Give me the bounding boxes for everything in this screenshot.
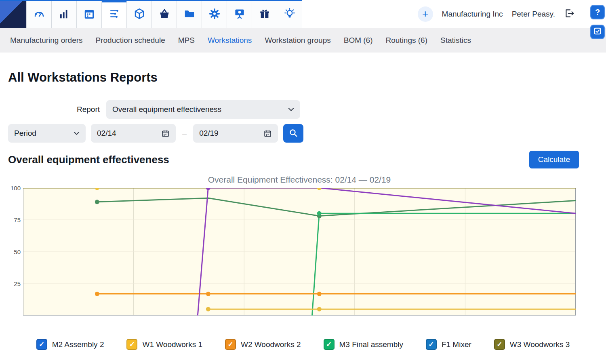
series-checkbox-icon[interactable]: ✓ [494, 339, 505, 350]
whats-new-gift-icon [259, 8, 271, 21]
tile-calendar-icon[interactable] [77, 1, 102, 28]
tile-statistics-bars-icon[interactable] [52, 1, 77, 28]
y-tick-label: 25 [8, 280, 21, 287]
series-checkbox-icon[interactable]: ✓ [426, 339, 437, 350]
stock-cube-icon [133, 8, 145, 21]
series-checkbox-icon[interactable]: ✓ [126, 339, 137, 350]
report-select[interactable]: Overall equipment effectiveness [106, 100, 300, 119]
y-tick-label: 75 [8, 217, 21, 223]
period-select-value: Period [14, 129, 36, 138]
legend-item-w3-woodworks-3[interactable]: ✓W3 Woodworks 3 [494, 339, 570, 350]
tile-documents-folder-icon[interactable] [177, 1, 202, 28]
section-header-row: Overall equipment effectiveness Calculat… [8, 151, 598, 168]
question-icon: ? [595, 8, 600, 17]
tile-whats-new-gift-icon[interactable] [252, 1, 277, 28]
nav-tab-routings-6[interactable]: Routings (6) [381, 36, 433, 45]
series-label: W1 Woodworks 1 [142, 340, 202, 349]
topbar-right: + Manufacturing Inc Peter Peasy. [418, 0, 606, 28]
settings-gear-icon [208, 8, 221, 21]
page-title: All Workstations Reports [8, 70, 598, 85]
user-name[interactable]: Peter Peasy. [512, 10, 555, 19]
chart-plot [23, 188, 576, 316]
date-to-value: 02/19 [199, 129, 219, 138]
logout-icon[interactable] [564, 8, 574, 20]
help-button[interactable]: ? [590, 5, 605, 19]
nav-tab-workstation-groups[interactable]: Workstation groups [259, 36, 336, 45]
nav-tab-workstations[interactable]: Workstations [202, 36, 257, 45]
nav-tab-production-schedule[interactable]: Production schedule [90, 36, 170, 45]
dashboard-gauge-icon [33, 8, 45, 21]
main-content: All Workstations Reports Report Overall … [0, 70, 606, 350]
tile-settings-gear-icon[interactable] [202, 1, 227, 28]
tile-tips-bulb-icon[interactable] [277, 1, 302, 28]
report-filter-row: Report Overall equipment effectiveness [77, 100, 598, 119]
calendar-icon [161, 129, 170, 138]
calculate-button[interactable]: Calculate [529, 151, 579, 168]
documents-folder-icon [183, 8, 196, 21]
tips-bulb-icon [284, 8, 296, 21]
period-filter-row: Period 02/14 – 02/19 [8, 124, 598, 143]
procurement-basket-icon [158, 8, 170, 21]
checkbox-icon [593, 27, 602, 38]
tile-dashboard-gauge-icon[interactable] [27, 1, 52, 28]
legend-item-m2-assembly-2[interactable]: ✓M2 Assembly 2 [36, 339, 104, 350]
legend-item-w2-woodworks-2[interactable]: ✓W2 Woodworks 2 [225, 339, 301, 350]
plus-icon: + [422, 8, 428, 20]
date-to-input[interactable]: 02/19 [193, 124, 278, 143]
series-label: W3 Woodworks 3 [510, 340, 570, 349]
calendar-icon [263, 129, 272, 138]
series-checkbox-icon[interactable]: ✓ [36, 339, 47, 350]
tile-reports-list-icon[interactable] [102, 1, 127, 28]
section-title: Overall equipment effectiveness [8, 154, 169, 166]
add-button[interactable]: + [418, 6, 433, 22]
search-icon [288, 128, 298, 139]
company-name[interactable]: Manufacturing Inc [442, 10, 503, 19]
calendar-icon [83, 8, 95, 21]
report-select-value: Overall equipment effectiveness [112, 105, 221, 114]
series-checkbox-icon[interactable]: ✓ [324, 339, 335, 350]
search-button[interactable] [283, 124, 303, 143]
tasks-button[interactable] [590, 25, 605, 39]
reports-list-icon [108, 8, 120, 21]
nav-tab-manufacturing-orders[interactable]: Manufacturing orders [5, 36, 88, 45]
chart-title: Overall Equipment Effectiveness: 02/14 —… [23, 175, 576, 185]
chevron-down-icon [74, 131, 80, 135]
y-tick-label: 100 [8, 185, 21, 191]
app-icon-strip [0, 0, 302, 28]
tile-demo-presentation-icon[interactable] [227, 1, 252, 28]
chevron-down-icon [288, 107, 294, 112]
tile-stock-cube-icon[interactable] [127, 1, 152, 28]
chart-legend: ✓M2 Assembly 2✓W1 Woodworks 1✓W2 Woodwor… [8, 339, 598, 350]
topbar: + Manufacturing Inc Peter Peasy. [0, 0, 606, 28]
chart-area: 255075100 [23, 188, 576, 316]
legend-item-m3-final-assembly[interactable]: ✓M3 Final assembly [324, 339, 403, 350]
series-label: M3 Final assembly [339, 340, 403, 349]
y-tick-label: 50 [8, 248, 21, 255]
nav-tab-statistics[interactable]: Statistics [435, 36, 476, 45]
demo-presentation-icon [234, 8, 246, 21]
period-select[interactable]: Period [8, 124, 86, 143]
date-from-input[interactable]: 02/14 [91, 124, 176, 143]
date-range-dash: – [181, 129, 188, 138]
report-label: Report [77, 105, 100, 114]
statistics-bars-icon [58, 8, 70, 21]
series-label: F1 Mixer [442, 340, 471, 349]
series-label: W2 Woodworks 2 [241, 340, 301, 349]
series-checkbox-icon[interactable]: ✓ [225, 339, 236, 350]
series-label: M2 Assembly 2 [52, 340, 104, 349]
legend-item-f1-mixer[interactable]: ✓F1 Mixer [426, 339, 471, 350]
date-from-value: 02/14 [97, 129, 116, 138]
nav-tab-bom-6[interactable]: BOM (6) [339, 36, 378, 45]
legend-item-w1-woodworks-1[interactable]: ✓W1 Woodworks 1 [126, 339, 202, 350]
floating-buttons: ? [590, 5, 605, 39]
nav-tab-mps[interactable]: MPS [173, 36, 200, 45]
module-nav: Manufacturing ordersProduction scheduleM… [0, 28, 606, 53]
app-logo[interactable] [0, 1, 27, 28]
tile-procurement-basket-icon[interactable] [152, 1, 177, 28]
